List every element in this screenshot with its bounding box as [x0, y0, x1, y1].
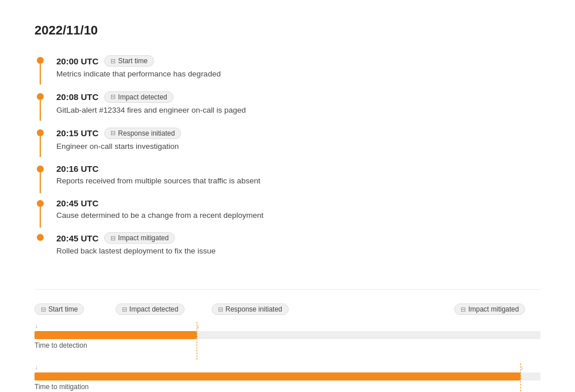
page-container: 2022/11/10 20:00 UTC⊟Start timeMetrics i…	[0, 0, 575, 392]
badge-icon: ⊟	[218, 306, 223, 313]
badge-text: Response initiated	[118, 129, 175, 137]
timeline-line	[40, 207, 41, 228]
timeline-item: 20:45 UTCCause determined to be a change…	[34, 198, 540, 230]
timeline-header: 20:00 UTC⊟Start time	[56, 55, 540, 67]
timeline-badge: ⊟Response initiated	[104, 128, 181, 139]
timeline-content: 20:45 UTCCause determined to be a change…	[56, 198, 540, 230]
timeline-dot	[37, 166, 44, 172]
timeline-line	[40, 172, 41, 193]
timeline-badge: ⊟Impact mitigated	[104, 232, 175, 244]
badge-icon: ⊟	[110, 129, 116, 137]
timeline-time: 20:00 UTC	[56, 56, 98, 66]
badge-icon: ⊟	[110, 235, 116, 242]
badge-text: Impact mitigated	[118, 234, 168, 242]
chart-label-impact-detected: ⊟ Impact detected	[116, 303, 185, 315]
timeline-dot	[37, 129, 44, 136]
timeline-description: Cause determined to be a change from a r…	[56, 210, 540, 221]
timeline-dot	[37, 200, 44, 207]
timeline-content: 20:16 UTCReports received from multiple …	[56, 164, 540, 196]
timeline-item: 20:08 UTC⊟Impact detectedGitLab-alert #1…	[34, 91, 540, 125]
timeline-description: Reports received from multiple sources t…	[56, 176, 540, 187]
timeline-left	[34, 164, 46, 193]
chart-row-detection: ↓ ↓ Time to detection	[34, 322, 540, 349]
timeline-content: 20:15 UTC⊟Response initiatedEngineer on-…	[56, 128, 540, 162]
bar-label-detection: Time to detection	[34, 341, 540, 349]
timeline-header: 20:45 UTC	[56, 198, 540, 208]
timeline-time: 20:15 UTC	[56, 128, 98, 138]
timeline-content: 20:08 UTC⊟Impact detectedGitLab-alert #1…	[56, 91, 540, 125]
timeline-time: 20:45 UTC	[56, 233, 98, 243]
timeline-line	[40, 100, 41, 121]
timeline-item: 20:16 UTCReports received from multiple …	[34, 164, 540, 196]
timeline-item: 20:15 UTC⊟Response initiatedEngineer on-…	[34, 128, 540, 162]
badge-icon: ⊟	[41, 306, 46, 313]
timeline-header: 20:16 UTC	[56, 164, 540, 174]
chart-label-response-initiated: ⊟ Response initiated	[212, 303, 289, 315]
timeline-header: 20:15 UTC⊟Response initiated	[56, 128, 540, 139]
dashed-line-detection	[197, 322, 197, 360]
timeline-dot	[37, 57, 44, 64]
dashed-line-mitigation	[520, 363, 521, 392]
badge-icon: ⊟	[122, 306, 127, 313]
badge-text: Start time	[118, 57, 147, 65]
bar-mitigation	[34, 372, 540, 381]
timeline-left	[34, 128, 46, 157]
timeline-item: 20:45 UTC⊟Impact mitigatedRolled back la…	[34, 232, 540, 266]
timeline-description: GitLab-alert #12334 fires and engineer o…	[56, 105, 540, 116]
timeline-badge: ⊟Impact detected	[104, 91, 173, 103]
chart-row-mitigation: ↓ ↓ Time to mitigation	[34, 363, 540, 391]
timeline-left	[34, 198, 46, 228]
timeline-content: 20:00 UTC⊟Start timeMetrics indicate tha…	[56, 55, 540, 89]
timeline: 20:00 UTC⊟Start timeMetrics indicate tha…	[34, 55, 540, 266]
bar-detection	[34, 331, 540, 339]
timeline-time: 20:45 UTC	[56, 198, 98, 208]
arrow-start-detection: ↓	[34, 322, 38, 330]
timeline-left	[34, 232, 46, 241]
timeline-dot	[37, 93, 44, 100]
chart-area: ⊟ Start time ⊟ Impact detected ⊟ Respons…	[34, 289, 540, 391]
badge-icon: ⊟	[461, 306, 466, 313]
timeline-content: 20:45 UTC⊟Impact mitigatedRolled back la…	[56, 232, 540, 266]
timeline-header: 20:45 UTC⊟Impact mitigated	[56, 232, 540, 244]
timeline-time: 20:08 UTC	[56, 92, 98, 102]
timeline-line	[40, 64, 41, 84]
timeline-header: 20:08 UTC⊟Impact detected	[56, 91, 540, 103]
badge-icon: ⊟	[110, 57, 116, 65]
chart-label-impact-mitigated: ⊟ Impact mitigated	[454, 303, 525, 315]
bar-fill-detection	[34, 331, 197, 339]
timeline-left	[34, 55, 46, 84]
badge-text: Impact detected	[118, 93, 167, 101]
timeline-description: Engineer on-call starts investigation	[56, 141, 540, 152]
chart-label-start-time: ⊟ Start time	[34, 303, 84, 315]
badge-icon: ⊟	[110, 93, 116, 101]
timeline-line	[40, 136, 41, 157]
timeline-item: 20:00 UTC⊟Start timeMetrics indicate tha…	[34, 55, 540, 89]
chart-labels-row: ⊟ Start time ⊟ Impact detected ⊟ Respons…	[34, 301, 540, 317]
chart-inner: ⊟ Start time ⊟ Impact detected ⊟ Respons…	[34, 301, 540, 391]
timeline-description: Metrics indicate that performance has de…	[56, 69, 540, 80]
timeline-dot	[37, 234, 44, 241]
timeline-left	[34, 91, 46, 121]
bar-label-mitigation: Time to mitigation	[34, 383, 540, 391]
arrow-start-mitigation: ↓	[34, 363, 38, 371]
timeline-badge: ⊟Start time	[104, 55, 154, 67]
timeline-time: 20:16 UTC	[56, 164, 98, 174]
page-title: 2022/11/10	[34, 23, 540, 38]
timeline-description: Rolled back lastest deployment to fix th…	[56, 246, 540, 257]
bar-fill-mitigation	[34, 372, 520, 381]
